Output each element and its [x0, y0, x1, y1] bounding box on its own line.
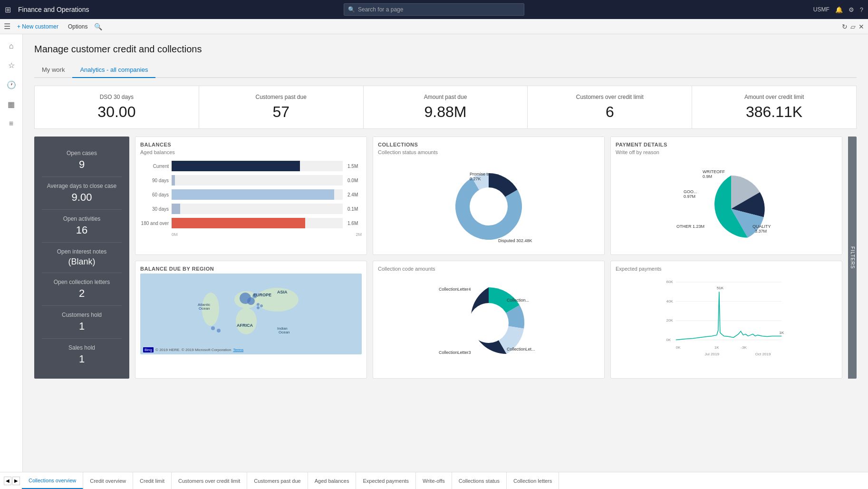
- bar-value-60: 2.4M: [347, 192, 362, 197]
- svg-point-12: [257, 306, 260, 309]
- svg-text:0K: 0K: [666, 337, 671, 342]
- kpi-past-due: Customers past due 57: [199, 86, 364, 128]
- kpi-amount-past-due: Amount past due 9.88M: [364, 86, 528, 128]
- kpi-past-due-value: 57: [205, 103, 357, 121]
- app-grid-icon[interactable]: ⊞: [5, 5, 11, 14]
- metric-avg-days: Average days to close case 9.00: [42, 177, 122, 210]
- minimize-icon[interactable]: ▱: [850, 23, 856, 30]
- main-layout: ⌂ ☆ 🕐 ▦ ≡ Manage customer credit and col…: [0, 34, 868, 489]
- svg-point-10: [257, 303, 260, 306]
- sidebar-star-icon[interactable]: ☆: [0, 57, 22, 74]
- svg-text:EUROPE: EUROPE: [253, 293, 271, 297]
- bar-value-30: 0.1M: [347, 206, 362, 212]
- bar-fill-30: [172, 204, 180, 214]
- bottom-tab-prev[interactable]: ◀: [4, 477, 11, 485]
- aged-balances-chart: Current 1.5M 90 days: [140, 159, 362, 239]
- metric-customers-hold-value: 1: [42, 320, 122, 333]
- help-icon[interactable]: ?: [860, 6, 863, 13]
- kpi-dso: DSO 30 days 30.00: [35, 86, 199, 128]
- svg-text:0.97M: 0.97M: [684, 194, 695, 199]
- sidebar-workspace-icon[interactable]: ▦: [0, 96, 22, 113]
- svg-text:60K: 60K: [666, 280, 674, 284]
- search-icon: 🔍: [348, 6, 355, 13]
- action-search-icon[interactable]: 🔍: [94, 23, 102, 30]
- expected-payments-svg: 60K 40K 20K 0K: [619, 277, 833, 359]
- bottom-tab-credit-limit[interactable]: Credit limit: [133, 472, 172, 489]
- svg-text:CollectionLet...: CollectionLet...: [507, 347, 535, 352]
- bottom-tab-expected-payments[interactable]: Expected payments: [356, 472, 416, 489]
- options-button[interactable]: Options: [65, 22, 90, 31]
- bar-track-90: [172, 175, 343, 186]
- kpi-amount-past-due-label: Amount past due: [369, 94, 522, 100]
- svg-text:Ocean: Ocean: [199, 306, 210, 311]
- sidebar-list-icon[interactable]: ≡: [0, 116, 22, 132]
- svg-point-20: [470, 187, 508, 225]
- kpi-over-credit-value: 6: [533, 103, 686, 121]
- bottom-tab-credit-overview[interactable]: Credit overview: [83, 472, 133, 489]
- bar-fill-current: [172, 161, 300, 171]
- refresh-icon[interactable]: ↻: [842, 23, 848, 30]
- bar-label-30: 30 days: [140, 206, 169, 212]
- metric-sales-hold-label: Sales hold: [42, 344, 122, 351]
- bottom-tab-next[interactable]: ▶: [12, 477, 20, 485]
- bar-track-30: [172, 204, 343, 214]
- writeoff-title: Write off by reason: [616, 149, 837, 155]
- svg-text:CollectionLetter4: CollectionLetter4: [439, 287, 471, 292]
- settings-icon[interactable]: ⚙: [849, 6, 854, 13]
- svg-point-9: [217, 329, 221, 333]
- map-terms[interactable]: Terms: [233, 348, 243, 352]
- user-label: USMF: [813, 6, 829, 13]
- collections-title: COLLECTIONS: [378, 142, 599, 147]
- bottom-tab-aged-balances[interactable]: Aged balances: [308, 472, 357, 489]
- svg-text:Oct 2019: Oct 2019: [755, 352, 771, 356]
- metric-open-activities: Open activities 16: [42, 210, 122, 243]
- svg-text:Jul 2019: Jul 2019: [704, 352, 719, 356]
- collection-code-donut: CollectionLetter4 Collection... Collecti…: [378, 275, 599, 366]
- nav-toggle-icon[interactable]: ☰: [4, 22, 10, 31]
- metric-open-cases-value: 9: [42, 158, 122, 171]
- bottom-tab-customers-past-due[interactable]: Customers past due: [247, 472, 308, 489]
- svg-text:Collection...: Collection...: [507, 298, 529, 303]
- bar-axis: 0M 2M: [140, 232, 362, 237]
- bar-fill-60: [172, 189, 334, 200]
- collections-card: COLLECTIONS Collection status amounts: [373, 137, 605, 255]
- bar-fill-90: [172, 175, 175, 186]
- kpi-dso-label: DSO 30 days: [40, 94, 193, 100]
- bar-row-60: 60 days 2.4M: [140, 189, 362, 200]
- action-bar: ☰ + New customer Options 🔍 ↻ ▱ ✕: [0, 19, 868, 34]
- search-bar[interactable]: 🔍 Search for a page: [344, 3, 524, 16]
- expected-payments-card: Expected payments 60K 40K 20K 0K: [610, 261, 842, 379]
- tab-mywork[interactable]: My work: [34, 62, 72, 78]
- bottom-tab-writeoffs[interactable]: Write-offs: [416, 472, 452, 489]
- svg-point-2: [236, 308, 257, 334]
- svg-text:40K: 40K: [666, 299, 674, 303]
- bar-label-90: 90 days: [140, 178, 169, 183]
- svg-text:1K: 1K: [714, 345, 719, 349]
- bottom-tab-collections-status[interactable]: Collections status: [452, 472, 507, 489]
- svg-text:0.27K: 0.27K: [470, 176, 481, 181]
- kpi-amount-over-credit-value: 386.11K: [698, 103, 850, 121]
- dashboard-grid: Open cases 9 Average days to close case …: [34, 137, 857, 379]
- svg-text:1K: 1K: [779, 331, 784, 335]
- bottom-tab-customers-over-credit[interactable]: Customers over credit limit: [172, 472, 247, 489]
- sidebar-home-icon[interactable]: ⌂: [0, 38, 22, 54]
- filters-panel[interactable]: FILTERS: [848, 137, 857, 379]
- bottom-tab-collection-letters[interactable]: Collection letters: [507, 472, 559, 489]
- sidebar-recent-icon[interactable]: 🕐: [0, 77, 22, 93]
- bar-row-30: 30 days 0.1M: [140, 204, 362, 214]
- balances-subtitle: Aged balances: [140, 149, 362, 155]
- bar-row-90: 90 days 0.0M: [140, 175, 362, 186]
- metric-customers-hold: Customers hold 1: [42, 306, 122, 339]
- metric-collection-letters-value: 2: [42, 287, 122, 300]
- bottom-tab-nav: ◀ ▶: [2, 477, 22, 485]
- svg-point-11: [260, 304, 263, 307]
- tab-analytics[interactable]: Analytics - all companies: [72, 62, 155, 78]
- bottom-tab-collections-overview[interactable]: Collections overview: [22, 472, 83, 489]
- svg-text:AFRICA: AFRICA: [237, 323, 253, 328]
- maximize-icon[interactable]: ✕: [858, 23, 864, 30]
- bell-icon[interactable]: 🔔: [835, 6, 843, 13]
- new-customer-button[interactable]: + New customer: [14, 22, 61, 31]
- expected-payments-title: Expected payments: [616, 266, 837, 272]
- kpi-amount-over-credit-label: Amount over credit limit: [698, 94, 850, 100]
- kpi-over-credit-label: Customers over credit limit: [533, 94, 686, 100]
